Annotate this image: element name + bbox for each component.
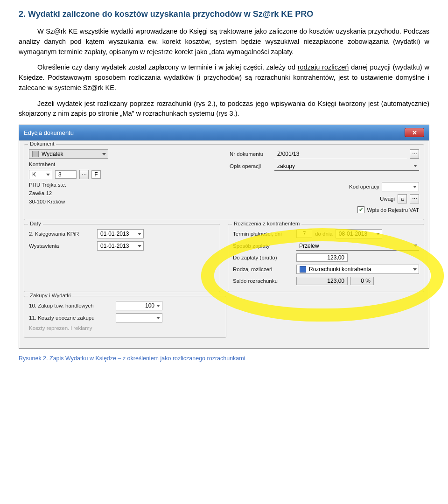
reprez-label: Koszty reprezen. i reklamy <box>29 325 113 331</box>
kod-label: Kod operacji <box>230 184 379 189</box>
chevron-down-icon <box>413 268 417 271</box>
group-zakupy: Zakupy i Wydatki 10. Zakup tow. handlowy… <box>24 296 226 338</box>
dozaplaty-field[interactable]: 123,00 <box>296 253 348 262</box>
paragraph-2: Określenie czy dany wydatek został zapła… <box>19 63 429 93</box>
saldo-pct-field: 0 % <box>350 277 374 285</box>
firma-name: PHU Trójka s.c. <box>29 182 66 188</box>
chevron-down-icon <box>138 245 141 247</box>
sposob-value: Przelew <box>299 243 319 249</box>
ksieg-date-picker[interactable]: 01-01-2013 <box>97 229 144 238</box>
kontrahent-f-field[interactable]: F <box>91 170 101 179</box>
z10-value: 100 <box>145 302 154 309</box>
kontrahent-k-dropdown[interactable]: K <box>29 170 52 179</box>
chevron-down-icon <box>413 186 417 188</box>
figure-caption: Rysunek 2. Zapis Wydatku w Księdze – z o… <box>19 355 429 362</box>
firma-city: 30-100 Kraków <box>29 199 65 204</box>
section-heading: 2. Wydatki zaliczone do kosztów uzyskani… <box>19 9 429 19</box>
sposob-label: Sposób zapłaty <box>233 243 294 249</box>
group-daty-title: Daty <box>28 221 43 226</box>
sposob-dropdown[interactable]: Przelew <box>296 241 419 251</box>
group-dokument-title: Dokument <box>28 141 56 147</box>
chevron-down-icon <box>413 165 417 167</box>
rodzaj-label: Rodzaj rozliczeń <box>233 266 294 272</box>
chevron-down-icon <box>138 233 141 235</box>
z11-label: 11. Koszty uboczne zakupu <box>29 315 113 321</box>
chevron-down-icon <box>46 174 50 176</box>
paragraph-3: Jeżeli wydatek jest rozliczany poprzez r… <box>19 99 429 119</box>
termin-label: Termin płatności, dni <box>233 231 294 237</box>
square-icon <box>32 151 39 157</box>
z11-field[interactable] <box>116 313 162 322</box>
chevron-down-icon <box>102 153 106 155</box>
dialog-screenshot: Edycja dokumentu ✕ Dokument Wydatek Kont… <box>19 125 429 349</box>
opis-dropdown[interactable]: zakupy <box>274 161 419 171</box>
rodzaj-value: Rozrachunki kontrahenta <box>309 266 371 273</box>
chevron-down-icon <box>413 245 417 247</box>
group-rozliczenia: Rozliczenia z kontrahentem Termin płatno… <box>228 224 424 292</box>
wpis-vat-label: Wpis do Rejestru VAT <box>367 207 419 213</box>
dozaplaty-label: Do zapłaty (brutto) <box>233 255 294 260</box>
termin-do-label: do dnia <box>315 231 333 237</box>
p2-underline: rodzaju rozliczeń <box>298 63 349 71</box>
z10-field[interactable]: 100 <box>116 301 162 310</box>
saldo-label: Saldo rozrachunku <box>233 278 294 284</box>
nrdok-field[interactable]: Z/001/13 <box>274 150 407 158</box>
dialog-title: Edycja dokumentu <box>24 129 74 136</box>
termin-do-value: 08-01-2013 <box>339 231 367 237</box>
uwagi-button[interactable]: a <box>398 194 407 203</box>
wydatek-value: Wydatek <box>42 151 63 157</box>
z10-label: 10. Zakup tow. handlowych <box>29 303 113 308</box>
kod-dropdown[interactable] <box>382 182 419 191</box>
kontrahent-label: Kontrahent <box>29 161 55 167</box>
ksieg-label: 2. Księgowania KPiR <box>29 231 94 237</box>
firma-street: Zawiła 12 <box>29 190 52 196</box>
p2-a: Określenie czy dany wydatek został zapła… <box>37 63 298 71</box>
nrdok-lookup-button[interactable]: ⋯ <box>410 149 419 159</box>
kontrahent-num-field[interactable]: 3 <box>55 170 77 179</box>
opis-value: zakupy <box>277 163 295 169</box>
nrdok-label: Nr dokumentu <box>230 151 272 157</box>
close-button[interactable]: ✕ <box>405 128 424 137</box>
group-rozl-title: Rozliczenia z kontrahentem <box>232 221 301 226</box>
dialog-titlebar: Edycja dokumentu ✕ <box>19 125 429 140</box>
rodzaj-dropdown[interactable]: Rozrachunki kontrahenta <box>296 265 419 274</box>
termin-dni-field[interactable]: 7 <box>296 230 312 238</box>
wydatek-dropdown[interactable]: Wydatek <box>29 149 108 159</box>
wyst-value: 01-01-2013 <box>100 243 129 249</box>
ksieg-value: 01-01-2013 <box>100 231 129 237</box>
group-daty: Daty 2. Księgowania KPiR 01-01-2013 Wyst… <box>24 224 220 292</box>
wyst-label: Wystawienia <box>29 243 94 249</box>
square-blue-icon <box>300 266 306 273</box>
group-zakupy-title: Zakupy i Wydatki <box>28 293 72 298</box>
opis-label: Opis operacji <box>230 163 272 169</box>
chevron-down-icon <box>376 233 380 235</box>
chevron-down-icon <box>156 317 160 319</box>
note-icon: a <box>401 196 404 202</box>
uwagi-label: Uwagi <box>230 196 395 202</box>
group-dokument: Dokument Wydatek Kontrahent K 3 ⋯ <box>24 144 424 220</box>
close-icon: ✕ <box>412 129 417 136</box>
uwagi-lookup-button[interactable]: ⋯ <box>410 194 419 203</box>
kontrahent-lookup-button[interactable]: ⋯ <box>79 170 89 179</box>
chevron-down-icon <box>156 305 160 307</box>
wpis-vat-checkbox[interactable]: ✔ <box>357 206 364 213</box>
wyst-date-picker[interactable]: 01-01-2013 <box>97 241 144 251</box>
termin-do-date-picker[interactable]: 08-01-2013 <box>336 229 382 238</box>
saldo-field: 123,00 <box>296 277 348 285</box>
k-k-value: K <box>32 171 36 178</box>
paragraph-1: W Sz@rk KE wszystkie wydatki wprowadzane… <box>19 27 429 57</box>
